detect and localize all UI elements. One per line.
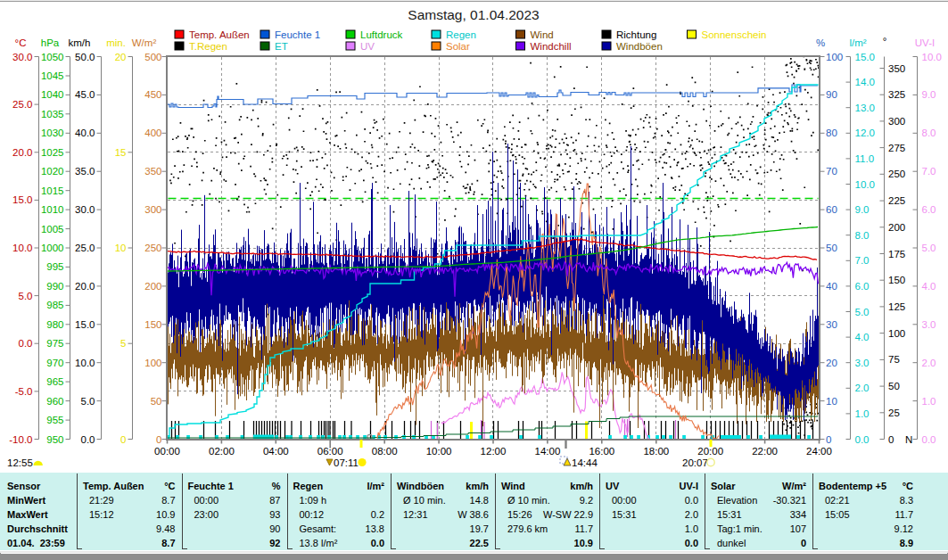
svg-text:35.0: 35.0	[75, 166, 95, 177]
svg-text:995: 995	[46, 261, 63, 272]
svg-text:Windböen: Windböen	[616, 41, 663, 52]
svg-text:Samstag, 01.04.2023: Samstag, 01.04.2023	[408, 7, 539, 22]
svg-text:Windchill: Windchill	[531, 41, 572, 52]
svg-text:7.0: 7.0	[855, 255, 870, 266]
svg-text:-10.0: -10.0	[9, 434, 32, 445]
svg-text:20.0: 20.0	[12, 147, 32, 158]
svg-text:10:00: 10:00	[426, 446, 452, 457]
svg-text:UV-I: UV-I	[915, 37, 935, 48]
svg-text:3.0: 3.0	[855, 358, 870, 368]
svg-text:10: 10	[115, 243, 127, 253]
svg-text:1000: 1000	[41, 243, 64, 253]
svg-text:15.0: 15.0	[75, 319, 95, 330]
svg-text:13.0: 13.0	[855, 103, 875, 113]
svg-text:15.0: 15.0	[855, 52, 875, 62]
svg-text:30: 30	[826, 319, 837, 330]
svg-text:1030: 1030	[41, 128, 64, 138]
svg-text:0.0: 0.0	[81, 434, 95, 445]
svg-text:0: 0	[120, 434, 126, 445]
svg-text:N: N	[905, 434, 912, 445]
svg-text:0: 0	[156, 434, 161, 445]
svg-text:250: 250	[144, 243, 161, 253]
svg-text:25.0: 25.0	[75, 243, 95, 253]
svg-text:10.0: 10.0	[12, 243, 32, 253]
svg-text:0: 0	[888, 434, 894, 445]
svg-text:20:07: 20:07	[682, 457, 708, 468]
svg-text:50: 50	[826, 243, 837, 253]
svg-text:W/m²: W/m²	[132, 37, 157, 48]
svg-text:400: 400	[144, 128, 161, 138]
svg-text:25: 25	[888, 408, 900, 418]
svg-text:350: 350	[144, 166, 161, 177]
svg-text:0.0: 0.0	[922, 434, 936, 445]
svg-text:325: 325	[888, 89, 905, 100]
svg-text:1040: 1040	[41, 89, 64, 100]
svg-text:8.0: 8.0	[922, 128, 936, 138]
svg-text:1025: 1025	[41, 147, 64, 158]
svg-text:2.0: 2.0	[922, 358, 936, 368]
svg-text:10: 10	[826, 396, 837, 407]
svg-text:5.0: 5.0	[81, 396, 95, 407]
svg-text:1045: 1045	[41, 70, 64, 81]
svg-text:0: 0	[826, 434, 831, 445]
svg-text:9.0: 9.0	[855, 204, 870, 215]
svg-text:450: 450	[144, 89, 161, 100]
svg-text:100: 100	[888, 328, 905, 339]
svg-text:8.0: 8.0	[855, 230, 870, 241]
svg-text:18:00: 18:00	[643, 446, 669, 457]
svg-text:%: %	[816, 37, 825, 48]
svg-text:75: 75	[888, 354, 900, 365]
svg-text:10.0: 10.0	[855, 179, 875, 190]
svg-text:12:55: 12:55	[7, 457, 33, 468]
svg-text:50: 50	[888, 381, 900, 391]
svg-text:350: 350	[888, 63, 905, 74]
svg-text:14:00: 14:00	[535, 446, 561, 457]
svg-text:3.0: 3.0	[922, 319, 936, 330]
svg-text:225: 225	[888, 195, 905, 206]
svg-text:20: 20	[115, 52, 127, 62]
svg-text:Solar: Solar	[446, 41, 470, 52]
svg-text:1035: 1035	[41, 109, 64, 119]
svg-text:04:00: 04:00	[263, 446, 289, 457]
svg-text:4.0: 4.0	[855, 332, 870, 342]
svg-text:14.0: 14.0	[855, 77, 875, 87]
svg-text:6.0: 6.0	[922, 204, 936, 215]
svg-text:°: °	[883, 36, 887, 46]
svg-text:ET: ET	[275, 41, 288, 52]
svg-text:250: 250	[888, 169, 905, 179]
svg-text:Richtung: Richtung	[616, 29, 656, 40]
svg-text:975: 975	[46, 338, 63, 349]
svg-text:UV: UV	[360, 41, 375, 52]
svg-text:Feuchte 1: Feuchte 1	[275, 29, 320, 40]
svg-text:90: 90	[826, 89, 837, 100]
svg-text:30.0: 30.0	[12, 52, 32, 62]
svg-text:07:11: 07:11	[334, 457, 359, 468]
svg-text:15.0: 15.0	[12, 194, 32, 205]
svg-text:175: 175	[888, 249, 905, 259]
svg-text:km/h: km/h	[69, 37, 91, 48]
svg-text:15: 15	[115, 147, 127, 158]
svg-text:990: 990	[46, 281, 63, 292]
svg-text:50: 50	[151, 396, 162, 407]
svg-text:1.0: 1.0	[922, 396, 936, 407]
svg-text:Temp. Außen: Temp. Außen	[189, 29, 250, 40]
svg-text:50.0: 50.0	[75, 52, 95, 62]
svg-text:980: 980	[46, 319, 63, 330]
svg-text:Regen: Regen	[446, 29, 476, 40]
svg-text:40: 40	[826, 281, 837, 292]
svg-text:965: 965	[46, 376, 63, 387]
svg-text:5.0: 5.0	[922, 243, 936, 253]
svg-text:5.0: 5.0	[855, 307, 870, 317]
svg-text:°C: °C	[15, 37, 27, 48]
svg-text:20.0: 20.0	[75, 281, 95, 292]
svg-text:1050: 1050	[41, 52, 64, 62]
svg-text:970: 970	[46, 358, 63, 368]
svg-text:-5.0: -5.0	[15, 386, 33, 397]
svg-text:0.0: 0.0	[19, 338, 33, 349]
svg-text:12:00: 12:00	[481, 446, 507, 457]
svg-text:100: 100	[144, 358, 161, 368]
svg-text:1.0: 1.0	[855, 408, 870, 419]
svg-text:7.0: 7.0	[922, 166, 936, 177]
svg-text:275: 275	[888, 143, 905, 153]
svg-text:25.0: 25.0	[12, 99, 32, 110]
